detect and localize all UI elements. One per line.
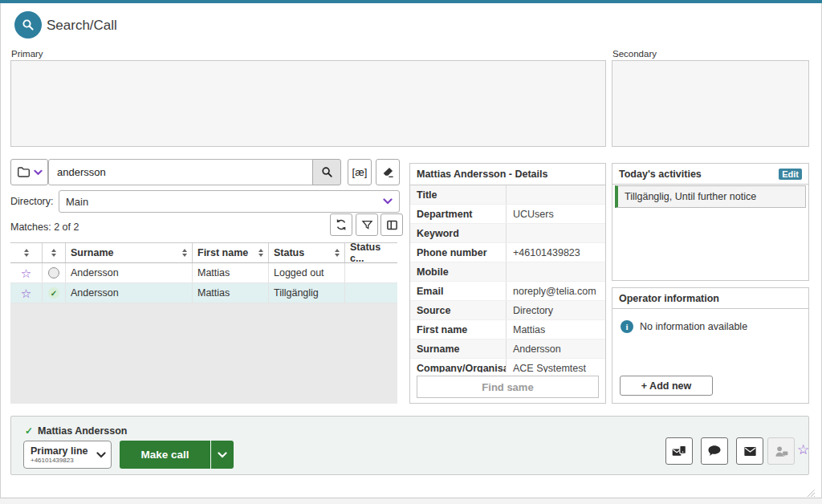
activity-item[interactable]: Tillgänglig, Until further notice <box>615 185 806 208</box>
line-label: Primary line <box>31 446 96 457</box>
chat-bubble-icon <box>707 444 722 458</box>
filter-button[interactable] <box>356 213 378 236</box>
contact-chat-button-disabled <box>767 437 795 465</box>
filter-funnel-icon <box>361 219 373 231</box>
results-table-empty-area <box>10 303 397 404</box>
details-row: Company/OrganisationACE Systemtest <box>410 359 605 372</box>
firstname-column-header[interactable]: First name <box>193 243 269 262</box>
make-call-split-button: Make call <box>120 441 234 469</box>
operator-information-panel: Operator information i No information av… <box>612 287 809 404</box>
phonetic-search-button[interactable]: [æ] <box>348 159 372 185</box>
directory-select[interactable]: Main <box>59 190 400 213</box>
favorite-star-icon[interactable]: ☆ <box>21 287 31 299</box>
details-row: DepartmentUCUsers <box>410 205 605 224</box>
field-value: noreply@telia.com <box>507 286 605 297</box>
search-button[interactable] <box>312 159 341 185</box>
search-source-button[interactable] <box>10 159 48 185</box>
resize-handle[interactable] <box>805 490 815 497</box>
call-bar: ✓ Mattias Andersson Primary line +461014… <box>10 416 809 475</box>
field-value: UCUsers <box>507 209 605 220</box>
refresh-button[interactable] <box>330 213 352 236</box>
primary-panel[interactable] <box>10 60 606 147</box>
details-panel-title: Mattias Andersson - Details <box>410 164 605 185</box>
chevron-down-icon <box>383 198 393 205</box>
field-value: Mattias <box>507 324 605 335</box>
search-call-icon <box>14 11 42 39</box>
status-cell: Logged out <box>269 263 345 282</box>
favorite-star-icon[interactable]: ☆ <box>797 443 809 457</box>
email-button[interactable] <box>736 437 763 465</box>
contact-chat-icon <box>774 444 789 459</box>
send-sms-button[interactable] <box>665 437 693 465</box>
column-label: Status c... <box>350 242 393 264</box>
details-row: First nameMattias <box>410 320 605 339</box>
field-value: Directory <box>507 305 605 316</box>
field-value: +46101439823 <box>507 247 605 258</box>
status-c-column-header[interactable]: Status c... <box>345 243 397 262</box>
presence-available-icon: ✓ <box>48 287 59 299</box>
table-row-selected[interactable]: ☆ ✓ Andersson Mattias Tillgänglig <box>10 283 397 303</box>
presence-column-header[interactable] <box>43 243 66 262</box>
email-icon <box>743 444 758 459</box>
operator-empty-text: No information available <box>640 321 747 332</box>
status-c-cell <box>345 283 397 303</box>
column-settings-button[interactable] <box>380 213 403 236</box>
sort-icon <box>335 249 340 257</box>
chevron-down-icon <box>96 452 106 458</box>
column-label: Status <box>274 247 304 258</box>
surname-cell: Andersson <box>66 283 193 303</box>
magnifier-icon <box>21 18 35 32</box>
page-title: Search/Call <box>47 18 117 34</box>
secondary-panel[interactable] <box>612 60 809 147</box>
selected-contact-name: Mattias Andersson <box>38 425 127 437</box>
details-row: SurnameAndersson <box>410 339 605 359</box>
status-cell: Tillgänglig <box>269 283 345 303</box>
find-same-button[interactable]: Find same <box>417 376 599 398</box>
chat-button[interactable] <box>701 437 728 465</box>
primary-label: Primary <box>11 49 43 59</box>
sort-icon <box>24 249 29 257</box>
folder-icon <box>17 166 31 178</box>
status-c-cell <box>345 263 397 282</box>
sort-icon <box>182 249 187 257</box>
field-label: Company/Organisation <box>410 359 507 372</box>
presence-loggedout-icon <box>48 267 59 278</box>
details-row: Emailnoreply@telia.com <box>410 282 605 301</box>
field-label: Email <box>410 282 507 300</box>
field-label: Keyword <box>410 224 507 242</box>
activities-panel-title: Today's activities <box>619 169 702 180</box>
add-new-button[interactable]: + Add new <box>620 376 713 396</box>
field-label: First name <box>410 320 507 339</box>
surname-column-header[interactable]: Surname <box>66 243 193 262</box>
details-row: Mobile <box>410 262 605 282</box>
field-label: Source <box>410 301 507 319</box>
search-input[interactable] <box>48 159 313 185</box>
column-label: First name <box>197 247 248 258</box>
edit-activities-button[interactable]: Edit <box>779 169 802 180</box>
chevron-down-icon <box>218 452 227 458</box>
refresh-icon <box>335 218 348 231</box>
columns-icon <box>386 219 398 231</box>
presence-available-icon: ✓ <box>25 425 33 437</box>
favorite-column-header[interactable] <box>10 243 43 262</box>
status-column-header[interactable]: Status <box>269 243 345 262</box>
field-value: Andersson <box>507 343 605 355</box>
favorite-star-icon[interactable]: ☆ <box>21 267 31 279</box>
clear-search-button[interactable] <box>376 159 400 185</box>
operator-panel-title: Operator information <box>619 293 719 304</box>
info-icon: i <box>621 320 633 333</box>
line-number: +46101439823 <box>31 457 96 464</box>
make-call-options-button[interactable] <box>211 441 234 469</box>
field-value: ACE Systemtest <box>507 363 605 373</box>
surname-cell: Andersson <box>66 263 193 282</box>
directory-label: Directory: <box>10 196 53 207</box>
directory-selected-value: Main <box>66 196 383 208</box>
line-select[interactable]: Primary line +46101439823 <box>23 441 112 469</box>
field-label: Phone number <box>410 243 507 262</box>
results-table: Surname First name Status Status c... ☆ … <box>10 242 397 303</box>
make-call-button[interactable]: Make call <box>120 441 210 469</box>
chevron-down-icon <box>34 169 43 176</box>
window-top-accent-bar <box>0 0 822 3</box>
sort-icon <box>258 249 263 257</box>
table-row[interactable]: ☆ Andersson Mattias Logged out <box>10 263 397 283</box>
